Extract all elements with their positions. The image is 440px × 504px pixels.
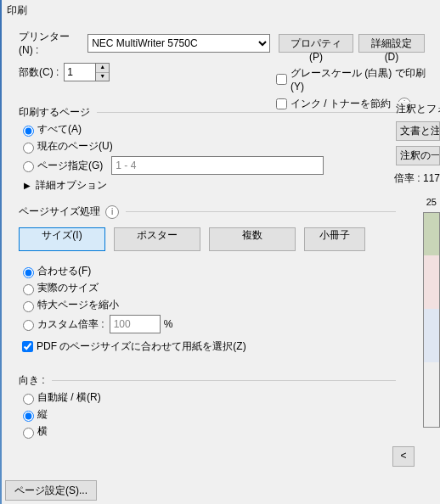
pages-current-label: 現在のページ(U) bbox=[37, 139, 113, 154]
orientation-landscape-label: 横 bbox=[37, 424, 48, 439]
page-count-label: 25 bbox=[426, 197, 437, 207]
advanced-options-label: 詳細オプション bbox=[36, 178, 107, 193]
page-setup-button[interactable]: ページ設定(S)... bbox=[5, 480, 97, 501]
dialog-title: 印刷 bbox=[0, 0, 440, 21]
pages-range-radio[interactable] bbox=[23, 161, 34, 172]
orientation-landscape-radio[interactable] bbox=[23, 428, 34, 439]
doc-annotations-select[interactable]: 文書と注 bbox=[396, 121, 440, 141]
tab-multiple[interactable]: 複数 bbox=[209, 227, 296, 251]
annotations-label: 注釈とフォ bbox=[396, 102, 440, 116]
orientation-auto-radio[interactable] bbox=[23, 394, 34, 405]
copies-input[interactable] bbox=[64, 63, 96, 81]
advanced-options-toggle[interactable]: ▶ 詳細オプション bbox=[24, 178, 425, 193]
choose-paper-label: PDF のページサイズに合わせて用紙を選択(Z) bbox=[37, 339, 246, 354]
custom-scale-radio[interactable] bbox=[23, 320, 34, 331]
grayscale-label: グレースケール (白黒) で印刷(Y) bbox=[291, 66, 438, 92]
orientation-portrait-label: 縦 bbox=[37, 407, 48, 422]
actual-size-label: 実際のサイズ bbox=[37, 281, 99, 295]
copies-spinner[interactable]: ▲ ▼ bbox=[96, 63, 110, 81]
spin-up-icon[interactable]: ▲ bbox=[96, 64, 109, 73]
copies-label: 部数(C) : bbox=[19, 65, 59, 80]
actual-size-radio[interactable] bbox=[23, 284, 34, 295]
pages-range-input[interactable] bbox=[111, 156, 324, 175]
percent-label: % bbox=[164, 318, 173, 330]
preview-thumbnail bbox=[423, 212, 440, 428]
triangle-right-icon: ▶ bbox=[24, 181, 31, 190]
fit-label: 合わせる(F) bbox=[37, 264, 91, 278]
pages-all-label: すべて(A) bbox=[37, 122, 82, 137]
shrink-label: 特大ページを縮小 bbox=[37, 298, 119, 312]
custom-scale-input[interactable] bbox=[110, 315, 161, 333]
tab-booklet[interactable]: 小冊子 bbox=[304, 227, 365, 251]
spin-down-icon[interactable]: ▼ bbox=[96, 73, 109, 81]
annotations-options-button[interactable]: 注釈の一 bbox=[396, 146, 440, 165]
printer-label: プリンター(N) : bbox=[19, 30, 82, 56]
properties-button[interactable]: プロパティ(P) bbox=[279, 34, 353, 53]
save-ink-label: インク / トナーを節約 bbox=[291, 97, 391, 111]
pages-group-label: 印刷するページ bbox=[19, 105, 90, 120]
choose-paper-checkbox[interactable] bbox=[22, 341, 33, 352]
pages-all-radio[interactable] bbox=[23, 126, 34, 137]
fit-radio[interactable] bbox=[23, 267, 34, 278]
tab-poster[interactable]: ポスター bbox=[114, 227, 200, 251]
orientation-group-label: 向き : bbox=[19, 373, 45, 388]
pages-range-label: ページ指定(G) bbox=[37, 159, 103, 173]
printer-select[interactable]: NEC MultiWriter 5750C bbox=[87, 34, 270, 53]
sizing-group-label: ページサイズ処理 bbox=[19, 204, 100, 219]
orientation-portrait-radio[interactable] bbox=[23, 411, 34, 422]
info-icon[interactable]: i bbox=[105, 205, 119, 219]
advanced-settings-button[interactable]: 詳細設定(D) bbox=[358, 34, 425, 53]
zoom-label: 倍率 : 117 bbox=[394, 171, 440, 186]
shrink-radio[interactable] bbox=[23, 301, 34, 312]
custom-scale-label: カスタム倍率 : bbox=[37, 317, 104, 332]
grayscale-checkbox[interactable] bbox=[276, 74, 287, 85]
save-ink-checkbox[interactable] bbox=[276, 98, 287, 109]
pages-current-radio[interactable] bbox=[23, 143, 34, 154]
orientation-auto-label: 自動縦 / 横(R) bbox=[37, 390, 101, 405]
prev-page-button[interactable]: < bbox=[392, 446, 415, 467]
tab-size[interactable]: サイズ(I) bbox=[19, 227, 105, 251]
